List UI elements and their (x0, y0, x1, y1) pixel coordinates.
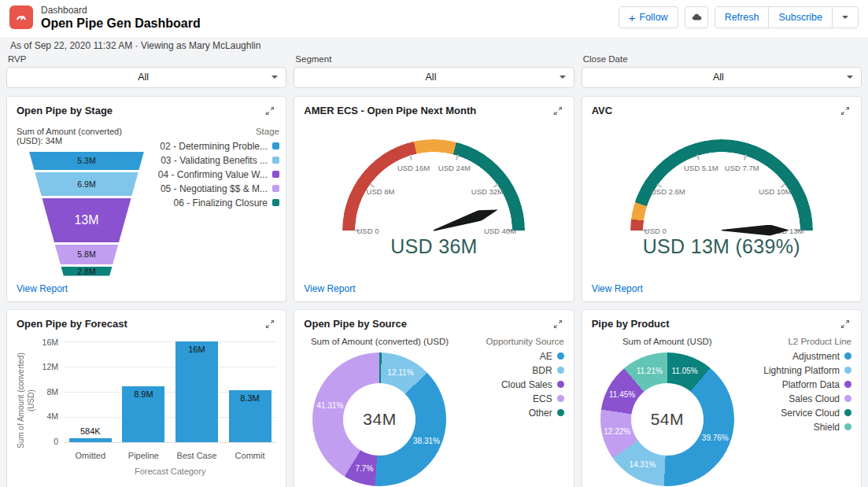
subscribe-button[interactable]: Subscribe (768, 6, 833, 28)
widget-pipe-by-product: Pipe by Product Sum of Amount (USD) 11.0… (582, 309, 862, 487)
donut-hole: 54M (631, 383, 704, 456)
legend-item: BDR (456, 365, 564, 376)
legend-label: 02 - Determining Proble... (160, 141, 268, 152)
funnel-segment[interactable]: 13M (29, 198, 144, 242)
legend-item: 02 - Determining Proble... (144, 141, 279, 152)
expand-icon[interactable] (264, 105, 276, 117)
bar-column: 8.9M (117, 341, 171, 442)
bar-value-label: 16M (188, 345, 205, 354)
legend-item: 03 - Validating Benefits ... (144, 155, 279, 166)
expand-icon[interactable] (264, 318, 276, 330)
widget-grid: Open Pipe by Stage Sum of Amount (conver… (0, 96, 868, 487)
legend-label: 06 - Finalizing Closure (174, 197, 268, 208)
gauge-tick-label: USD 10M (759, 187, 791, 196)
legend-swatch (844, 395, 851, 402)
bar-plot-area: 16M 12M 8M 4M 0 584K (37, 341, 276, 476)
funnel-segment[interactable]: 5.8M (29, 245, 144, 264)
source-legend: Opportunity Source AE BDR Cloud Sales EC… (456, 337, 564, 487)
legend-label: 03 - Validating Benefits ... (161, 155, 268, 166)
open-in-analytics-button[interactable] (685, 6, 708, 28)
chart-subtitle: Sum of Amount (converted) (USD) (304, 337, 455, 346)
gauge-tick-label: USD 5.1M (684, 163, 718, 172)
plot: 584K 8.9M 16M 8.3M (64, 341, 276, 442)
legend-label: 05 - Negotiating $$ & M... (161, 183, 268, 194)
close-date-filter-select[interactable]: All (582, 67, 862, 88)
donut-total: 34M (363, 410, 396, 429)
funnel-segment[interactable]: 6.9M (29, 172, 144, 196)
segment-value-label: 2.8M (77, 267, 95, 276)
legend-title: L2 Product Line (743, 337, 851, 346)
refresh-button[interactable]: Refresh (715, 6, 770, 28)
slice-percent-label: 7.7% (355, 464, 373, 473)
slice-percent-label: 14.31% (629, 460, 656, 469)
slice-percent-label: 39.76% (702, 434, 729, 442)
slice-percent-label: 11.05% (672, 367, 698, 375)
gauge-tick-label: USD 0 (645, 226, 667, 234)
slice-percent-label: 12.11% (387, 367, 413, 376)
legend-item: Shield (743, 422, 851, 433)
view-report-link[interactable]: View Report (592, 283, 643, 294)
legend-label: Adjustment (792, 351, 840, 362)
legend-swatch (272, 185, 279, 192)
widget-open-pipe-by-forecast: Open Pipe by Forecast Sum of Amount (con… (6, 309, 286, 487)
gauge-tick-label: USD 24M (438, 163, 471, 172)
bar[interactable] (175, 341, 218, 442)
chevron-down-icon (847, 76, 853, 79)
legend-item: Adjustment (743, 351, 851, 362)
dashboard-meta: As of Sep 22, 2020 11:32 AM · Viewing as… (0, 37, 868, 51)
gauge-arc (630, 139, 813, 302)
view-report-link[interactable]: View Report (17, 283, 68, 294)
donut-chart: 12.11%38.31%7.7%41.31% 34M (312, 352, 446, 486)
widget-title: Open Pipe by Forecast (17, 318, 127, 330)
legend-item: 04 - Confirming Value W... (144, 169, 279, 180)
legend-swatch (844, 381, 851, 388)
widget-open-pipe-by-stage: Open Pipe by Stage Sum of Amount (conver… (6, 96, 286, 302)
bar-chart: Sum of Amount (converted) (USD) 16M 12M … (17, 341, 276, 476)
x-tick-label: Commit (223, 451, 277, 460)
rvp-filter-select[interactable]: All (6, 67, 286, 88)
plus-icon: + (629, 12, 636, 24)
chart-subtitle: Sum of Amount (USD) (592, 337, 743, 346)
funnel-chart: 5.3M 6.9M 13M 5.8M 2.8M (29, 152, 144, 276)
gauge-tick-label: USD 2.6M (651, 187, 685, 196)
y-tick-label: 16M (37, 338, 58, 347)
gauge-tick-label: USD 16M (397, 163, 430, 172)
funnel-segment[interactable]: 5.3M (29, 152, 144, 170)
segment-value-label: 13M (74, 213, 98, 227)
segment-value-label: 5.3M (77, 156, 95, 165)
title-group: Dashboard Open Pipe Gen Dashboard (9, 5, 201, 31)
funnel-segment[interactable]: 2.8M (29, 267, 144, 276)
legend-label: Service Cloud (781, 408, 840, 419)
more-actions-button[interactable] (832, 6, 859, 28)
titles: Dashboard Open Pipe Gen Dashboard (41, 5, 201, 31)
widget-title: Open Pipe by Source (304, 318, 407, 330)
gauge-tick-label: USD 7.7M (725, 163, 759, 172)
view-report-link[interactable]: View Report (304, 283, 355, 294)
legend-swatch (557, 409, 564, 416)
gauge-tick-label: USD 40M (484, 226, 516, 234)
x-tick-label: Pipeline (117, 451, 171, 460)
widget-amer-ecs-open-pipe-gauge: AMER ECS - Open Pipe Next Month USD 0 US… (294, 96, 574, 302)
donut-total: 54M (651, 410, 684, 429)
legend-label: AE (540, 351, 552, 362)
legend-swatch (272, 199, 279, 206)
refresh-subscribe-group: Refresh Subscribe (715, 6, 859, 28)
expand-icon[interactable] (552, 105, 564, 117)
legend-swatch (557, 381, 564, 388)
widget-open-pipe-by-source: Open Pipe by Source Sum of Amount (conve… (294, 309, 574, 487)
funnel-area: Sum of Amount (converted) (USD): 34M 5.3… (17, 127, 276, 276)
x-axis-labels: Omitted Pipeline Best Case Commit (64, 451, 276, 460)
expand-icon[interactable] (839, 318, 851, 330)
gauge-chart[interactable]: USD 0 USD 2.6M USD 5.1M USD 7.7M USD 10M… (596, 120, 848, 238)
segment-filter-select[interactable]: All (294, 67, 574, 88)
follow-button[interactable]: + Follow (619, 6, 678, 28)
legend-swatch (272, 171, 279, 178)
expand-icon[interactable] (552, 318, 564, 330)
funnel-left: Sum of Amount (converted) (USD): 34M 5.3… (17, 127, 144, 276)
gauge-chart[interactable]: USD 0 USD 8M USD 16M USD 24M USD 32M USD… (308, 120, 560, 238)
filter-label: RVP (8, 54, 286, 64)
widget-title: Open Pipe by Stage (17, 105, 113, 116)
expand-icon[interactable] (839, 105, 851, 117)
bar[interactable] (69, 438, 112, 442)
donut-hole: 34M (343, 383, 416, 456)
